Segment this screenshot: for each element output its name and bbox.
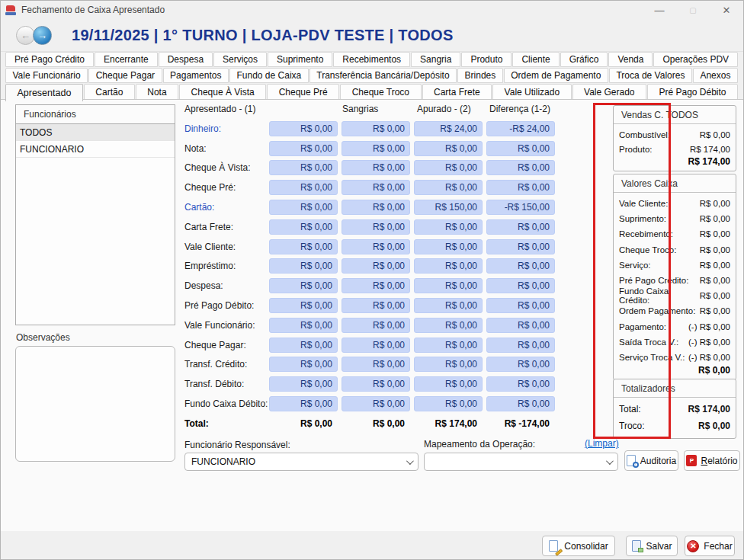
value-field-col4[interactable]: R$ 0,00 <box>486 278 555 293</box>
value-field-col1[interactable]: R$ 0,00 <box>269 298 338 313</box>
value-field-col1[interactable]: R$ 0,00 <box>269 318 338 333</box>
value-field-col2[interactable]: R$ 0,00 <box>342 376 410 392</box>
consolidar-button[interactable]: Consolidar <box>542 536 615 556</box>
value-field-col1[interactable]: R$ 0,00 <box>269 258 338 274</box>
value-field-col2[interactable]: R$ 0,00 <box>342 258 410 274</box>
tab-vale-utilizado[interactable]: Vale Utilizado <box>492 84 571 101</box>
value-field-col4[interactable]: R$ 0,00 <box>486 258 555 274</box>
value-field-col3[interactable]: R$ 0,00 <box>414 298 483 313</box>
value-field-col4[interactable]: R$ 0,00 <box>486 376 555 392</box>
tab-pre-pago-credito[interactable]: Pré Pago Crédito <box>5 52 94 67</box>
tab-ordem-de-pagamento[interactable]: Ordem de Pagamento <box>504 68 608 83</box>
value-field-col3[interactable]: R$ 0,00 <box>414 278 483 293</box>
value-field-col4[interactable]: R$ 0,00 <box>486 298 555 313</box>
value-field-col4[interactable]: R$ 0,00 <box>486 338 555 353</box>
tab-pagamentos[interactable]: Pagamentos <box>163 68 229 83</box>
value-field-col3[interactable]: R$ 0,00 <box>414 396 483 411</box>
observacoes-textarea[interactable] <box>15 346 175 462</box>
value-field-col3[interactable]: R$ 0,00 <box>414 357 483 372</box>
value-field-col2[interactable]: R$ 0,00 <box>342 298 410 313</box>
tab-troca-de-valores[interactable]: Troca de Valores <box>609 68 692 83</box>
value-field-col3[interactable]: R$ 0,00 <box>414 239 483 254</box>
value-field-col1[interactable]: R$ 0,00 <box>269 141 338 156</box>
tab-servicos[interactable]: Serviços <box>213 52 267 67</box>
value-field-col2[interactable]: R$ 0,00 <box>342 200 410 215</box>
value-field-col1[interactable]: R$ 0,00 <box>269 239 338 254</box>
value-field-col1[interactable]: R$ 0,00 <box>269 219 338 235</box>
tab-brindes[interactable]: Brindes <box>457 68 503 83</box>
value-field-col2[interactable]: R$ 0,00 <box>342 239 410 254</box>
minimize-button[interactable]: — <box>643 1 676 19</box>
tab-venda[interactable]: Venda <box>608 52 653 67</box>
tab-encerrante[interactable]: Encerrante <box>95 52 158 67</box>
value-field-col3[interactable]: R$ 0,00 <box>414 141 483 156</box>
funcionario-item-funcionario[interactable]: FUNCIONARIO <box>16 141 175 158</box>
tab-suprimento[interactable]: Suprimento <box>268 52 332 67</box>
value-field-col1[interactable]: R$ 0,00 <box>269 376 338 392</box>
value-field-col3[interactable]: R$ 150,00 <box>414 200 483 215</box>
value-field-col3[interactable]: R$ 0,00 <box>414 338 483 353</box>
tab-recebimentos[interactable]: Recebimentos <box>333 52 410 67</box>
value-field-col3[interactable]: R$ 0,00 <box>414 376 483 392</box>
tab-produto[interactable]: Produto <box>461 52 512 67</box>
value-field-col4[interactable]: -R$ 150,00 <box>486 200 555 215</box>
value-field-col4[interactable]: R$ 0,00 <box>486 160 555 175</box>
value-field-col4[interactable]: R$ 0,00 <box>486 180 555 195</box>
value-field-col2[interactable]: R$ 0,00 <box>342 396 410 411</box>
tab-anexos[interactable]: Anexos <box>693 68 738 83</box>
value-field-col1[interactable]: R$ 0,00 <box>269 396 338 411</box>
value-field-col3[interactable]: R$ 0,00 <box>414 318 483 333</box>
value-field-col2[interactable]: R$ 0,00 <box>342 219 410 235</box>
mapeamento-select[interactable] <box>424 453 618 471</box>
value-field-col3[interactable]: R$ 0,00 <box>414 219 483 235</box>
value-field-col1[interactable]: R$ 0,00 <box>269 200 338 215</box>
tab-grafico[interactable]: Gráfico <box>560 52 608 67</box>
tab-fundo-de-caixa[interactable]: Fundo de Caixa <box>229 68 309 83</box>
tab-carta-frete[interactable]: Carta Frete <box>422 84 492 101</box>
tab-vale-funcionario[interactable]: Vale Funcionário <box>5 68 88 83</box>
limpar-link[interactable]: (Limpar) <box>585 438 619 449</box>
salvar-button[interactable]: Salvar <box>626 536 678 556</box>
funcionario-item-todos[interactable]: TODOS <box>16 124 175 141</box>
tab-cheque-pagar[interactable]: Cheque Pagar <box>88 68 162 83</box>
tab-transferencia-bancaria-deposito[interactable]: Transferência Bancária/Depósito <box>309 68 457 83</box>
tab-nota[interactable]: Nota <box>136 84 178 101</box>
value-field-col4[interactable]: R$ 0,00 <box>486 396 555 411</box>
tab-apresentado[interactable]: Apresentado <box>5 84 83 101</box>
value-field-col2[interactable]: R$ 0,00 <box>342 160 410 175</box>
tab-cheque-pre[interactable]: Cheque Pré <box>267 84 339 101</box>
close-button[interactable]: ✕ <box>710 1 743 19</box>
value-field-col1[interactable]: R$ 0,00 <box>269 160 338 175</box>
tab-cheque-troco[interactable]: Cheque Troco <box>340 84 421 101</box>
value-field-col1[interactable]: R$ 0,00 <box>269 278 338 293</box>
tab-cartao[interactable]: Cartão <box>84 84 135 101</box>
tab-vale-gerado[interactable]: Vale Gerado <box>572 84 646 101</box>
value-field-col1[interactable]: R$ 0,00 <box>269 180 338 195</box>
value-field-col1[interactable]: R$ 0,00 <box>269 338 338 353</box>
value-field-col2[interactable]: R$ 0,00 <box>342 357 410 372</box>
tab-pre-pago-debito[interactable]: Pré Pago Débito <box>647 84 738 101</box>
relatorio-button[interactable]: P Relatório <box>684 450 740 471</box>
funcionario-responsavel-select[interactable]: FUNCIONARIO <box>184 453 418 471</box>
value-field-col4[interactable]: R$ 0,00 <box>486 141 555 156</box>
value-field-col4[interactable]: -R$ 24,00 <box>486 121 555 136</box>
value-field-col3[interactable]: R$ 0,00 <box>414 258 483 274</box>
value-field-col2[interactable]: R$ 0,00 <box>342 338 410 353</box>
value-field-col3[interactable]: R$ 0,00 <box>414 160 483 175</box>
value-field-col3[interactable]: R$ 24,00 <box>414 121 483 136</box>
value-field-col2[interactable]: R$ 0,00 <box>342 121 410 136</box>
value-field-col3[interactable]: R$ 0,00 <box>414 180 483 195</box>
value-field-col1[interactable]: R$ 0,00 <box>269 121 338 136</box>
value-field-col2[interactable]: R$ 0,00 <box>342 278 410 293</box>
value-field-col1[interactable]: R$ 0,00 <box>269 357 338 372</box>
auditoria-button[interactable]: Auditoria <box>624 450 678 471</box>
tab-cliente[interactable]: Cliente <box>512 52 559 67</box>
value-field-col2[interactable]: R$ 0,00 <box>342 141 410 156</box>
fechar-button[interactable]: ✕ Fechar <box>685 536 735 556</box>
value-field-col2[interactable]: R$ 0,00 <box>342 180 410 195</box>
tab-operacoes-pdv[interactable]: Operações PDV <box>653 52 738 67</box>
forward-arrow-button[interactable]: → <box>33 26 52 45</box>
value-field-col2[interactable]: R$ 0,00 <box>342 318 410 333</box>
value-field-col4[interactable]: R$ 0,00 <box>486 318 555 333</box>
value-field-col4[interactable]: R$ 0,00 <box>486 219 555 235</box>
